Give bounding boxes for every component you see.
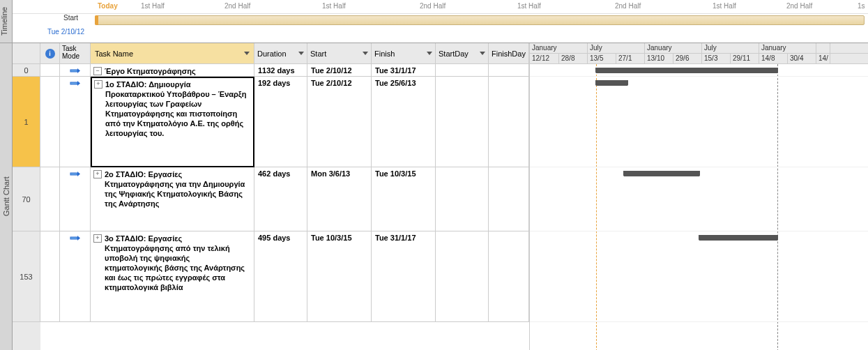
timescale-major: July xyxy=(702,43,759,53)
info-cell xyxy=(40,231,60,322)
summary-task-bar[interactable] xyxy=(624,171,699,176)
timescale-minor: 30/4 xyxy=(788,54,816,63)
task-name-cell[interactable]: −Έργο Κτηματογράφησης xyxy=(91,64,254,77)
gantt-chart-area[interactable]: JanuaryJulyJanuaryJulyJanuary 12/1228/81… xyxy=(530,43,868,350)
task-mode-cell[interactable] xyxy=(60,77,91,167)
row-number[interactable]: 0 xyxy=(13,64,40,77)
duration-header[interactable]: Duration xyxy=(254,43,307,64)
finish-cell[interactable]: Tue 25/6/13 xyxy=(372,77,436,167)
row-number[interactable]: 70 xyxy=(13,167,40,231)
outline-toggle-icon[interactable]: + xyxy=(93,234,102,243)
timeline-pane-label[interactable]: Timeline xyxy=(0,0,12,43)
row-number-column: 0170153 xyxy=(13,43,40,350)
timeline-summary-bar[interactable] xyxy=(95,15,865,25)
chevron-down-icon[interactable] xyxy=(427,52,432,55)
finish-cell[interactable]: Tue 31/1/17 xyxy=(372,231,436,322)
task-name-cell[interactable]: +3ο ΣΤΑΔΙΟ: Εργασίες Κτηματογράφησης από… xyxy=(91,231,254,322)
gantt-pane-label[interactable]: Gantt Chart xyxy=(0,43,12,350)
task-mode-header[interactable]: Task Mode xyxy=(60,43,91,64)
finishday-cell[interactable] xyxy=(489,231,529,322)
start-cell[interactable]: Tue 10/3/15 xyxy=(307,231,372,322)
duration-cell[interactable]: 462 days xyxy=(254,167,307,231)
timescale-minor: 13/5 xyxy=(588,54,616,63)
timeline-tick: 1s xyxy=(858,2,865,10)
summary-task-bar[interactable] xyxy=(596,80,627,86)
timeline-tick: 1st Half xyxy=(713,2,736,10)
timeline-start-label: Start xyxy=(63,14,78,22)
startday-cell[interactable] xyxy=(436,77,489,167)
finish-column: Finish Tue 31/1/17Tue 25/6/13Tue 10/3/15… xyxy=(372,43,436,350)
start-cell[interactable]: Tue 2/10/12 xyxy=(307,77,372,167)
task-name-text: 3ο ΣΤΑΔΙΟ: Εργασίες Κτηματογράφησης από … xyxy=(105,234,250,292)
start-header-label: Start xyxy=(310,50,326,58)
task-name-cell[interactable]: +1ο ΣΤΑΔΙΟ: Δημιουργία Προκαταρκτικού Υπ… xyxy=(91,77,254,167)
summary-task-bar[interactable] xyxy=(596,68,777,73)
start-cell[interactable]: Mon 3/6/13 xyxy=(307,167,372,231)
startday-cell[interactable] xyxy=(436,231,489,322)
duration-cell[interactable]: 192 days xyxy=(254,77,307,167)
chevron-down-icon[interactable] xyxy=(244,52,250,55)
auto-schedule-icon xyxy=(70,79,81,89)
timescale-minor: 15/3 xyxy=(702,54,731,63)
auto-schedule-icon xyxy=(70,67,81,77)
timescale-minor: 12/12 xyxy=(530,54,559,63)
duration-cell[interactable]: 495 days xyxy=(254,231,307,322)
timescale-minor: 13/10 xyxy=(645,54,673,63)
task-mode-cell[interactable] xyxy=(60,64,91,77)
timescale-major xyxy=(816,43,830,53)
timescale-major: July xyxy=(588,43,645,53)
task-name-text: 2ο ΣΤΑΔΙΟ: Εργασίες Κτηματογράφησης για … xyxy=(105,169,250,208)
row-number[interactable]: 1 xyxy=(13,77,40,167)
timeline-pane: Today1st Half2nd Half1st Half2nd Half1st… xyxy=(13,0,868,43)
finishday-cell[interactable] xyxy=(489,167,529,231)
duration-cell[interactable]: 1132 days xyxy=(254,64,307,77)
chevron-down-icon[interactable] xyxy=(480,52,485,55)
finish-header[interactable]: Finish xyxy=(372,43,436,64)
start-column: Start Tue 2/10/12Tue 2/10/12Mon 3/6/13Tu… xyxy=(307,43,372,350)
pane-labels: Timeline Gantt Chart xyxy=(0,0,13,350)
duration-column: Duration 1132 days192 days462 days495 da… xyxy=(254,43,307,350)
outline-toggle-icon[interactable]: − xyxy=(93,67,102,75)
finishday-header-label: FinishDay xyxy=(492,50,526,58)
chevron-down-icon[interactable] xyxy=(363,52,368,55)
task-mode-cell[interactable] xyxy=(60,231,91,322)
svg-rect-0 xyxy=(70,70,77,72)
finishday-header[interactable]: FinishDay xyxy=(489,43,529,64)
timeline-tick: 1st Half xyxy=(322,2,346,10)
start-cell[interactable]: Tue 2/10/12 xyxy=(307,64,372,77)
start-header[interactable]: Start xyxy=(307,43,372,64)
svg-rect-1 xyxy=(70,82,77,84)
finishday-cell[interactable] xyxy=(489,64,529,77)
gantt-row xyxy=(530,231,868,322)
timeline-tick: 1st Half xyxy=(141,2,165,10)
timescale-minor: 14/8 xyxy=(759,54,788,63)
auto-schedule-icon xyxy=(70,234,81,244)
finishday-cell[interactable] xyxy=(489,77,529,167)
svg-rect-3 xyxy=(70,237,77,239)
finish-cell[interactable]: Tue 10/3/15 xyxy=(372,167,436,231)
task-name-cell[interactable]: +2ο ΣΤΑΔΙΟ: Εργασίες Κτηματογράφησης για… xyxy=(91,167,254,231)
row-number[interactable]: 153 xyxy=(13,231,40,322)
chevron-down-icon[interactable] xyxy=(298,52,304,55)
outline-toggle-icon[interactable]: + xyxy=(94,80,102,89)
task-grid: 0170153 i Task Mode Task Name −Έργο Κτημ… xyxy=(13,43,530,350)
finish-header-label: Finish xyxy=(374,50,395,58)
timescale-major: January xyxy=(645,43,702,53)
startday-cell[interactable] xyxy=(436,167,489,231)
timescale-minor: 27/1 xyxy=(616,54,645,63)
timeline-start-date: Tue 2/10/12 xyxy=(47,28,84,36)
timescale-minor: 28/8 xyxy=(559,54,588,63)
timeline-tick: 1st Half xyxy=(517,2,541,10)
info-cell xyxy=(40,64,60,77)
timeline-tick: 2nd Half xyxy=(420,2,446,10)
startday-cell[interactable] xyxy=(436,64,489,77)
duration-header-label: Duration xyxy=(257,50,287,58)
finish-cell[interactable]: Tue 31/1/17 xyxy=(372,64,436,77)
info-icon: i xyxy=(45,49,55,59)
outline-toggle-icon[interactable]: + xyxy=(93,170,102,178)
summary-task-bar[interactable] xyxy=(699,235,777,241)
timeline-tick: 2nd Half xyxy=(786,2,812,10)
task-mode-cell[interactable] xyxy=(60,167,91,231)
task-name-header[interactable]: Task Name xyxy=(91,43,254,64)
startday-header[interactable]: StartDay xyxy=(436,43,489,64)
